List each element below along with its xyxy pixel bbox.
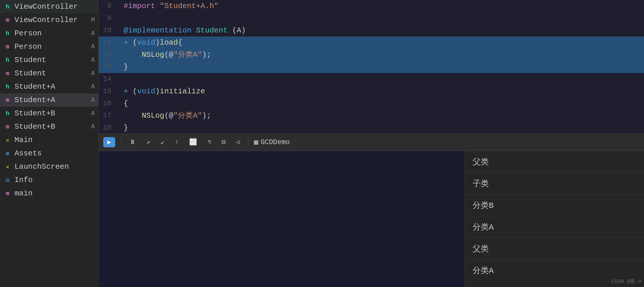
code-line: 12 NSLog(@"分类A"); — [99, 49, 644, 61]
line-content: } — [120, 122, 128, 133]
line-content: NSLog(@"分类A"); — [120, 110, 211, 122]
line-number: 13 — [99, 61, 116, 73]
app-title: ▦ GCDDemo — [254, 138, 290, 146]
sidebar: h ViewController m ViewController M h Pe… — [0, 0, 99, 287]
stack-button[interactable]: ⬜ — [187, 137, 199, 147]
line-number: 8 — [99, 0, 116, 12]
sidebar-label: ViewController — [15, 2, 95, 11]
app-icon: ▦ — [254, 138, 258, 146]
sidebar-badge: A — [91, 57, 95, 64]
line-number: 9 — [99, 12, 116, 24]
m-icon: m — [3, 43, 12, 51]
play-button[interactable]: ▶ — [103, 137, 115, 147]
code-line: 9 — [99, 12, 644, 24]
build-icon: ⊟ — [222, 138, 225, 146]
sidebar-item-vc-h[interactable]: h ViewController — [0, 0, 98, 13]
app-name: GCDDemo — [261, 138, 290, 146]
stack-icon: ⬜ — [189, 138, 197, 146]
branch-icon: ⌥ — [207, 138, 211, 146]
sidebar-item-launch-x[interactable]: ✕ LaunchScreen — [0, 160, 98, 173]
h-icon: h — [3, 83, 12, 91]
sidebar-label: Student — [15, 56, 88, 64]
toolbar: ▶ ⏸ ↗ ↙ ↑ ⬜ ⌥ ⊟ ◁ — [99, 133, 644, 151]
sidebar-badge: A — [91, 110, 95, 117]
output-item[interactable]: 子类 — [464, 173, 644, 195]
h-icon: h — [3, 109, 12, 117]
code-area: 8#import "Student+A.h"910@implementation… — [99, 0, 644, 287]
sidebar-item-studentB-m[interactable]: m Student+B A — [0, 120, 98, 133]
line-number: 14 — [99, 73, 116, 85]
sidebar-item-assets[interactable]: ⊞ Assets — [0, 147, 98, 160]
code-line: 8#import "Student+A.h" — [99, 0, 644, 12]
pause-icon: ⏸ — [129, 138, 136, 146]
h-icon: h — [3, 3, 12, 11]
sidebar-item-studentB-h[interactable]: h Student+B A — [0, 107, 98, 120]
line-content: @implementation Student (A) — [120, 24, 246, 37]
line-content: { — [120, 97, 128, 110]
line-number: 15 — [99, 85, 116, 97]
sidebar-label: main — [15, 189, 95, 198]
m-icon: m — [3, 96, 12, 104]
info-icon: ⊟ — [3, 176, 12, 184]
step-over-button[interactable]: ↗ — [144, 137, 152, 147]
h-icon: h — [3, 29, 12, 37]
bottom-panel: 父类子类分类B分类A父类分类A — [99, 151, 644, 287]
line-number: 17 — [99, 110, 116, 122]
line-number: 12 — [99, 49, 116, 61]
output-item[interactable]: 分类B — [464, 195, 644, 216]
line-content: NSLog(@"分类A"); — [120, 49, 211, 61]
pause-button[interactable]: ⏸ — [127, 137, 138, 147]
toolbar-divider-1 — [121, 138, 121, 146]
sidebar-label: Student+B — [15, 122, 88, 131]
line-number: 11 — [99, 37, 116, 49]
sidebar-item-studentA-h[interactable]: h Student+A A — [0, 80, 98, 93]
sidebar-badge: A — [91, 83, 95, 90]
output-item[interactable]: 父类 — [464, 151, 644, 173]
line-content: + (void)load{ — [120, 37, 182, 49]
code-line: 10@implementation Student (A) — [99, 24, 644, 37]
step-out-icon: ↑ — [175, 139, 179, 146]
sidebar-item-main-m[interactable]: m main — [0, 187, 98, 200]
sidebar-item-student-m[interactable]: m Student A — [0, 67, 98, 80]
sidebar-label: Person — [15, 42, 88, 51]
sidebar-label: Info — [15, 176, 95, 184]
sidebar-item-vc-m[interactable]: m ViewController M — [0, 13, 98, 27]
step-out-button[interactable]: ↑ — [173, 137, 181, 147]
sidebar-item-main-x[interactable]: ✕ Main — [0, 133, 98, 147]
step-into-button[interactable]: ↙ — [158, 137, 167, 147]
branch-button[interactable]: ⌥ — [205, 137, 214, 147]
h-icon: h — [3, 56, 12, 64]
step-into-icon: ↙ — [161, 138, 164, 146]
x-icon: ✕ — [3, 163, 12, 171]
sidebar-item-student-h[interactable]: h Student A — [0, 53, 98, 67]
m-icon: m — [3, 69, 12, 77]
line-number: 16 — [99, 97, 116, 110]
sidebar-item-person-m[interactable]: m Person A — [0, 40, 98, 53]
step-over-icon: ↗ — [146, 138, 150, 146]
m-icon: m — [3, 189, 12, 197]
sidebar-item-studentA-m[interactable]: m Student+A A — [0, 93, 98, 107]
line-content: } — [120, 61, 128, 73]
x-icon: ✕ — [3, 136, 12, 144]
location-button[interactable]: ◁ — [234, 137, 242, 147]
output-item[interactable]: 父类 — [464, 238, 644, 260]
console-area — [99, 151, 464, 287]
sidebar-label: Student — [15, 69, 88, 78]
location-icon: ◁ — [236, 138, 240, 146]
code-line: 11+ (void)load{ — [99, 37, 644, 49]
code-line: 15+ (void)initialize — [99, 85, 644, 97]
sidebar-badge: A — [91, 123, 95, 130]
sidebar-badge: A — [91, 97, 95, 104]
code-line: 18} — [99, 122, 644, 133]
sidebar-badge: A — [91, 43, 95, 50]
sidebar-item-info[interactable]: ⊟ Info — [0, 173, 98, 187]
sidebar-label: Student+A — [15, 82, 88, 91]
m-icon: m — [3, 16, 12, 24]
sidebar-label: LaunchScreen — [15, 162, 95, 171]
sidebar-item-person-h[interactable]: h Person A — [0, 27, 98, 40]
main-layout: h ViewController m ViewController M h Pe… — [0, 0, 644, 287]
output-item[interactable]: 分类A — [464, 216, 644, 238]
output-list: 父类子类分类B分类A父类分类A — [464, 151, 644, 287]
sidebar-label: Student+B — [15, 109, 88, 118]
build-button[interactable]: ⊟ — [219, 137, 228, 147]
